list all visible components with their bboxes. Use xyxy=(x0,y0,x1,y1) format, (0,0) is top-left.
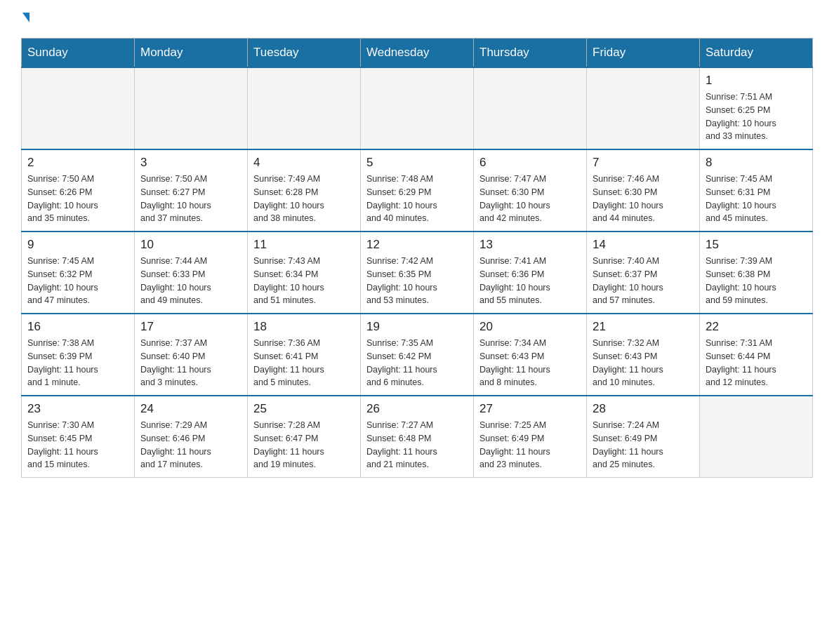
day-number: 25 xyxy=(253,402,355,416)
day-number: 11 xyxy=(253,238,355,252)
day-info: Sunrise: 7:27 AMSunset: 6:48 PMDaylight:… xyxy=(366,419,468,471)
calendar-cell: 23Sunrise: 7:30 AMSunset: 6:45 PMDayligh… xyxy=(22,396,135,478)
calendar-cell: 22Sunrise: 7:31 AMSunset: 6:44 PMDayligh… xyxy=(700,314,813,396)
day-info: Sunrise: 7:51 AMSunset: 6:25 PMDaylight:… xyxy=(706,90,807,143)
day-number: 19 xyxy=(366,320,468,334)
day-info: Sunrise: 7:41 AMSunset: 6:36 PMDaylight:… xyxy=(479,255,581,307)
page-header xyxy=(21,14,813,24)
day-info: Sunrise: 7:34 AMSunset: 6:43 PMDaylight:… xyxy=(479,337,581,389)
day-number: 2 xyxy=(27,156,128,170)
day-number: 7 xyxy=(593,156,694,170)
calendar-cell: 12Sunrise: 7:42 AMSunset: 6:35 PMDayligh… xyxy=(361,232,474,314)
calendar-cell: 1Sunrise: 7:51 AMSunset: 6:25 PMDaylight… xyxy=(700,67,813,149)
calendar-table: SundayMondayTuesdayWednesdayThursdayFrid… xyxy=(21,38,813,478)
calendar-cell: 17Sunrise: 7:37 AMSunset: 6:40 PMDayligh… xyxy=(135,314,248,396)
calendar-cell: 3Sunrise: 7:50 AMSunset: 6:27 PMDaylight… xyxy=(135,149,248,232)
day-info: Sunrise: 7:37 AMSunset: 6:40 PMDaylight:… xyxy=(140,337,241,389)
day-number: 13 xyxy=(479,238,581,252)
day-number: 4 xyxy=(253,156,355,170)
day-info: Sunrise: 7:45 AMSunset: 6:31 PMDaylight:… xyxy=(706,173,807,225)
day-number: 6 xyxy=(479,156,581,170)
calendar-cell xyxy=(474,67,587,149)
calendar-week-row: 2Sunrise: 7:50 AMSunset: 6:26 PMDaylight… xyxy=(22,149,813,232)
calendar-cell: 2Sunrise: 7:50 AMSunset: 6:26 PMDaylight… xyxy=(22,149,135,232)
day-number: 18 xyxy=(253,320,355,334)
day-number: 21 xyxy=(593,320,694,334)
calendar-cell: 25Sunrise: 7:28 AMSunset: 6:47 PMDayligh… xyxy=(248,396,361,478)
calendar-cell xyxy=(248,67,361,149)
day-info: Sunrise: 7:47 AMSunset: 6:30 PMDaylight:… xyxy=(479,173,581,225)
calendar-cell: 13Sunrise: 7:41 AMSunset: 6:36 PMDayligh… xyxy=(474,232,587,314)
day-info: Sunrise: 7:46 AMSunset: 6:30 PMDaylight:… xyxy=(593,173,694,225)
day-number: 1 xyxy=(706,74,807,88)
calendar-week-row: 23Sunrise: 7:30 AMSunset: 6:45 PMDayligh… xyxy=(22,396,813,478)
day-info: Sunrise: 7:31 AMSunset: 6:44 PMDaylight:… xyxy=(706,337,807,389)
day-number: 17 xyxy=(140,320,241,334)
calendar-cell xyxy=(587,67,700,149)
calendar-cell: 15Sunrise: 7:39 AMSunset: 6:38 PMDayligh… xyxy=(700,232,813,314)
calendar-cell: 20Sunrise: 7:34 AMSunset: 6:43 PMDayligh… xyxy=(474,314,587,396)
calendar-cell: 21Sunrise: 7:32 AMSunset: 6:43 PMDayligh… xyxy=(587,314,700,396)
day-number: 16 xyxy=(27,320,128,334)
day-info: Sunrise: 7:40 AMSunset: 6:37 PMDaylight:… xyxy=(593,255,694,307)
logo-arrow-icon xyxy=(22,13,29,22)
calendar-cell: 4Sunrise: 7:49 AMSunset: 6:28 PMDaylight… xyxy=(248,149,361,232)
weekday-header-saturday: Saturday xyxy=(700,39,813,68)
calendar-cell xyxy=(135,67,248,149)
weekday-header-thursday: Thursday xyxy=(474,39,587,68)
calendar-cell: 10Sunrise: 7:44 AMSunset: 6:33 PMDayligh… xyxy=(135,232,248,314)
calendar-cell: 16Sunrise: 7:38 AMSunset: 6:39 PMDayligh… xyxy=(22,314,135,396)
calendar-cell: 8Sunrise: 7:45 AMSunset: 6:31 PMDaylight… xyxy=(700,149,813,232)
day-number: 8 xyxy=(706,156,807,170)
calendar-cell: 9Sunrise: 7:45 AMSunset: 6:32 PMDaylight… xyxy=(22,232,135,314)
calendar-cell: 5Sunrise: 7:48 AMSunset: 6:29 PMDaylight… xyxy=(361,149,474,232)
day-info: Sunrise: 7:44 AMSunset: 6:33 PMDaylight:… xyxy=(140,255,241,307)
day-info: Sunrise: 7:35 AMSunset: 6:42 PMDaylight:… xyxy=(366,337,468,389)
day-number: 23 xyxy=(27,402,128,416)
calendar-cell: 11Sunrise: 7:43 AMSunset: 6:34 PMDayligh… xyxy=(248,232,361,314)
day-number: 14 xyxy=(593,238,694,252)
day-info: Sunrise: 7:29 AMSunset: 6:46 PMDaylight:… xyxy=(140,419,241,471)
calendar-cell: 14Sunrise: 7:40 AMSunset: 6:37 PMDayligh… xyxy=(587,232,700,314)
day-info: Sunrise: 7:24 AMSunset: 6:49 PMDaylight:… xyxy=(593,419,694,471)
calendar-cell: 19Sunrise: 7:35 AMSunset: 6:42 PMDayligh… xyxy=(361,314,474,396)
day-info: Sunrise: 7:25 AMSunset: 6:49 PMDaylight:… xyxy=(479,419,581,471)
day-number: 28 xyxy=(593,402,694,416)
day-info: Sunrise: 7:50 AMSunset: 6:26 PMDaylight:… xyxy=(27,173,128,225)
day-info: Sunrise: 7:32 AMSunset: 6:43 PMDaylight:… xyxy=(593,337,694,389)
day-info: Sunrise: 7:43 AMSunset: 6:34 PMDaylight:… xyxy=(253,255,355,307)
day-number: 12 xyxy=(366,238,468,252)
day-number: 5 xyxy=(366,156,468,170)
weekday-header-monday: Monday xyxy=(135,39,248,68)
day-info: Sunrise: 7:45 AMSunset: 6:32 PMDaylight:… xyxy=(27,255,128,307)
weekday-header-sunday: Sunday xyxy=(22,39,135,68)
day-number: 9 xyxy=(27,238,128,252)
day-info: Sunrise: 7:50 AMSunset: 6:27 PMDaylight:… xyxy=(140,173,241,225)
weekday-header-wednesday: Wednesday xyxy=(361,39,474,68)
calendar-cell: 28Sunrise: 7:24 AMSunset: 6:49 PMDayligh… xyxy=(587,396,700,478)
day-info: Sunrise: 7:38 AMSunset: 6:39 PMDaylight:… xyxy=(27,337,128,389)
day-number: 10 xyxy=(140,238,241,252)
calendar-cell: 6Sunrise: 7:47 AMSunset: 6:30 PMDaylight… xyxy=(474,149,587,232)
day-number: 3 xyxy=(140,156,241,170)
calendar-cell: 26Sunrise: 7:27 AMSunset: 6:48 PMDayligh… xyxy=(361,396,474,478)
day-number: 27 xyxy=(479,402,581,416)
day-number: 20 xyxy=(479,320,581,334)
day-info: Sunrise: 7:49 AMSunset: 6:28 PMDaylight:… xyxy=(253,173,355,225)
logo xyxy=(21,14,29,24)
day-info: Sunrise: 7:42 AMSunset: 6:35 PMDaylight:… xyxy=(366,255,468,307)
calendar-cell: 24Sunrise: 7:29 AMSunset: 6:46 PMDayligh… xyxy=(135,396,248,478)
calendar-week-row: 9Sunrise: 7:45 AMSunset: 6:32 PMDaylight… xyxy=(22,232,813,314)
calendar-cell: 18Sunrise: 7:36 AMSunset: 6:41 PMDayligh… xyxy=(248,314,361,396)
day-info: Sunrise: 7:30 AMSunset: 6:45 PMDaylight:… xyxy=(27,419,128,471)
weekday-header-tuesday: Tuesday xyxy=(248,39,361,68)
calendar-cell xyxy=(361,67,474,149)
day-info: Sunrise: 7:39 AMSunset: 6:38 PMDaylight:… xyxy=(706,255,807,307)
calendar-cell: 27Sunrise: 7:25 AMSunset: 6:49 PMDayligh… xyxy=(474,396,587,478)
day-number: 22 xyxy=(706,320,807,334)
day-info: Sunrise: 7:28 AMSunset: 6:47 PMDaylight:… xyxy=(253,419,355,471)
day-number: 24 xyxy=(140,402,241,416)
calendar-cell: 7Sunrise: 7:46 AMSunset: 6:30 PMDaylight… xyxy=(587,149,700,232)
day-info: Sunrise: 7:48 AMSunset: 6:29 PMDaylight:… xyxy=(366,173,468,225)
day-info: Sunrise: 7:36 AMSunset: 6:41 PMDaylight:… xyxy=(253,337,355,389)
